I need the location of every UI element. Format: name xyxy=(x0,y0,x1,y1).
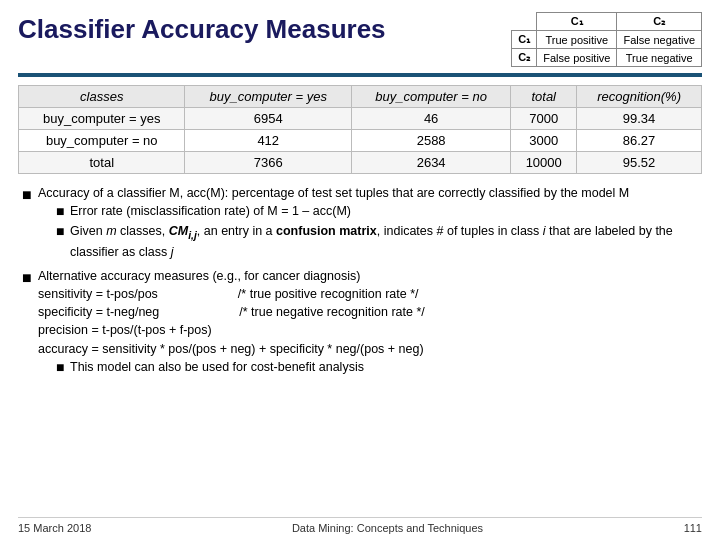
sub-bullet-1-1-text: Error rate (misclassification rate) of M… xyxy=(70,202,351,220)
sub-bullet-2-1: ■ This model can also be used for cost-b… xyxy=(56,358,698,376)
bullet-dot-2: ■ xyxy=(22,268,38,378)
footer-center: Data Mining: Concepts and Techniques xyxy=(292,522,483,534)
legend-tn: True negative xyxy=(617,49,702,67)
row1-label: buy_computer = yes xyxy=(19,108,185,130)
sub-bullet-2-1-text: This model can also be used for cost-ben… xyxy=(70,358,364,376)
bullet2-sensitivity: sensitivity = t-pos/pos xyxy=(38,285,158,303)
row2-col2: 2588 xyxy=(351,130,510,152)
footer-right: 111 xyxy=(684,522,702,534)
sub-bullets-2: ■ This model can also be used for cost-b… xyxy=(56,358,698,376)
italic-m: m xyxy=(106,224,116,238)
bullet2-line1: Alternative accuracy measures (e.g., for… xyxy=(38,267,698,285)
row3-total: 10000 xyxy=(511,152,577,174)
bullet2-line4: precision = t-pos/(t-pos + f-pos) xyxy=(38,321,698,339)
row1-recognition: 99.34 xyxy=(577,108,702,130)
table-row: buy_computer = yes 6954 46 7000 99.34 xyxy=(19,108,702,130)
legend-col-c2: C₂ xyxy=(617,13,702,31)
confusion-matrix-legend: C₁ C₂ C₁ True positive False negative C₂… xyxy=(511,12,702,67)
bullet2-specificity-comment: /* true negative recognition rate */ xyxy=(239,303,425,321)
row3-col2: 2634 xyxy=(351,152,510,174)
row1-col1: 6954 xyxy=(185,108,351,130)
table-row: buy_computer = no 412 2588 3000 86.27 xyxy=(19,130,702,152)
bullet-item-1: ■ Accuracy of a classifier M, acc(M): pe… xyxy=(22,184,698,263)
footer: 15 March 2018 Data Mining: Concepts and … xyxy=(18,517,702,534)
table-header-classes: classes xyxy=(19,86,185,108)
sub-bullet-1-2-text: Given m classes, CMi,j, an entry in a co… xyxy=(70,222,698,261)
data-table: classes buy_computer = yes buy_computer … xyxy=(18,85,702,174)
sub-bullet-dot-2-1: ■ xyxy=(56,358,70,376)
bullet2-specificity: specificity = t-neg/neg xyxy=(38,303,159,321)
blue-separator xyxy=(18,73,702,77)
bullet-text-2: Alternative accuracy measures (e.g., for… xyxy=(38,267,698,378)
sub-bullet-1-2: ■ Given m classes, CMi,j, an entry in a … xyxy=(56,222,698,261)
legend-row-c2: C₂ xyxy=(512,49,537,67)
bullet2-line2: sensitivity = t-pos/pos /* true positive… xyxy=(38,285,698,303)
sub-bullet-1-1: ■ Error rate (misclassification rate) of… xyxy=(56,202,698,220)
table-header-recognition: recognition(%) xyxy=(577,86,702,108)
italic-i: i xyxy=(543,224,546,238)
row2-recognition: 86.27 xyxy=(577,130,702,152)
legend-row-c1: C₁ xyxy=(512,31,537,49)
sub-bullets-1: ■ Error rate (misclassification rate) of… xyxy=(56,202,698,261)
row1-col2: 46 xyxy=(351,108,510,130)
row3-col1: 7366 xyxy=(185,152,351,174)
row3-recognition: 95.52 xyxy=(577,152,702,174)
bold-confusion: confusion matrix xyxy=(276,224,377,238)
bullet2-line3: specificity = t-neg/neg /* true negative… xyxy=(38,303,698,321)
italic-cm: CMi,j xyxy=(169,224,197,238)
row2-col1: 412 xyxy=(185,130,351,152)
table-header-total: total xyxy=(511,86,577,108)
row2-total: 3000 xyxy=(511,130,577,152)
table-row: total 7366 2634 10000 95.52 xyxy=(19,152,702,174)
page-title: Classifier Accuracy Measures xyxy=(18,10,501,45)
bullet-text-1: Accuracy of a classifier M, acc(M): perc… xyxy=(38,184,698,263)
page: Classifier Accuracy Measures C₁ C₂ C₁ Tr… xyxy=(0,0,720,540)
bullet-dot-1: ■ xyxy=(22,185,38,263)
bullet1-main: Accuracy of a classifier M, acc(M): perc… xyxy=(38,186,629,200)
footer-left: 15 March 2018 xyxy=(18,522,91,534)
legend-fp: False positive xyxy=(537,49,617,67)
row2-label: buy_computer = no xyxy=(19,130,185,152)
bullet2-line5: accuracy = sensitivity * pos/(pos + neg)… xyxy=(38,340,698,358)
legend-fn: False negative xyxy=(617,31,702,49)
sub-bullet-dot-2: ■ xyxy=(56,222,70,261)
table-header-no: buy_computer = no xyxy=(351,86,510,108)
row1-total: 7000 xyxy=(511,108,577,130)
bullet2-sensitivity-comment: /* true positive recognition rate */ xyxy=(238,285,419,303)
bullet-item-2: ■ Alternative accuracy measures (e.g., f… xyxy=(22,267,698,378)
row3-label: total xyxy=(19,152,185,174)
table-header-yes: buy_computer = yes xyxy=(185,86,351,108)
legend-col-c1: C₁ xyxy=(537,13,617,31)
bullets-section: ■ Accuracy of a classifier M, acc(M): pe… xyxy=(18,184,702,378)
italic-j: j xyxy=(171,245,174,259)
header-area: Classifier Accuracy Measures C₁ C₂ C₁ Tr… xyxy=(18,10,702,67)
sub-bullet-dot-1: ■ xyxy=(56,202,70,220)
legend-tp: True positive xyxy=(537,31,617,49)
